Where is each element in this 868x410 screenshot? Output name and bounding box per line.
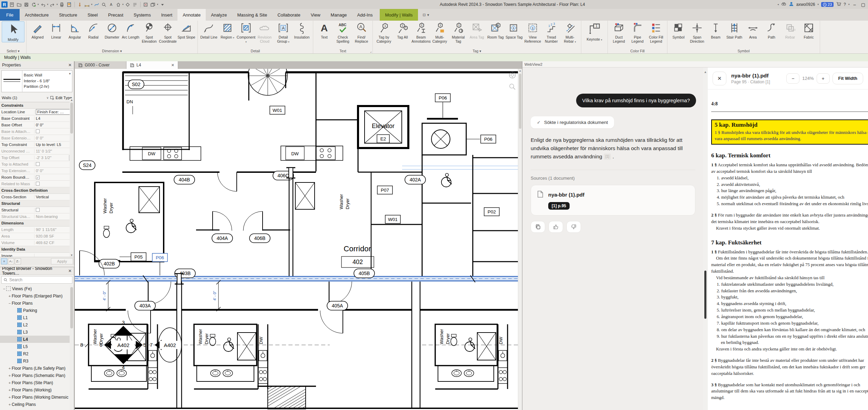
property-row-base-is-attach[interactable]: Base is Attach… bbox=[0, 128, 74, 135]
ribbon-button-tag-by-category[interactable]: 1 Tag by Category bbox=[375, 21, 393, 43]
property-row-structural[interactable]: Structural bbox=[0, 207, 74, 213]
user-menu-chevron-icon[interactable]: ▾ bbox=[818, 3, 819, 6]
ribbon-button-color-fill-legend[interactable]: Color Fill Legend bbox=[647, 21, 665, 43]
expander-icon[interactable]: + bbox=[8, 374, 12, 378]
ribbon-button-linear[interactable]: Linear bbox=[47, 21, 65, 40]
copy-button[interactable] bbox=[531, 221, 545, 233]
ribbon-button-spot-coordinate[interactable]: Spot Coordinate bbox=[159, 21, 177, 43]
collapse-icon[interactable]: ◂ bbox=[777, 3, 779, 6]
property-row-volume[interactable]: Volume469.62 CF bbox=[0, 240, 74, 246]
user-icon[interactable] bbox=[789, 1, 794, 8]
expander-icon[interactable]: − bbox=[8, 301, 12, 305]
ribbon-group-caption[interactable]: Symbol bbox=[667, 49, 820, 53]
section-icon[interactable] bbox=[132, 1, 138, 8]
fit-width-button[interactable]: Fit Width bbox=[833, 73, 863, 84]
ribbon-button-symbol[interactable]: Symbol bbox=[669, 21, 688, 40]
browser-scrollbar[interactable] bbox=[70, 285, 74, 410]
ribbon-group-caption[interactable]: Detail bbox=[198, 49, 313, 53]
trial-timer-badge[interactable]: 23 bbox=[821, 2, 834, 7]
ribbon-button-pipe-legend[interactable]: Pipe Legend bbox=[628, 21, 647, 43]
thumbs-down-button[interactable] bbox=[566, 221, 581, 233]
tree-item-l5[interactable]: L5 bbox=[0, 343, 74, 350]
tree-item-l2[interactable]: L2 bbox=[0, 321, 74, 328]
property-row-top-offset[interactable]: Top Offset-2' 3 1/2"= bbox=[0, 155, 74, 161]
edit-type-button[interactable]: Edit Type bbox=[50, 96, 72, 100]
new-doc-icon[interactable] bbox=[9, 1, 15, 8]
ribbon-button-detail-group[interactable]: A Detail Group ▾ bbox=[274, 21, 293, 43]
property-row-base-constraint[interactable]: Base ConstraintL4 bbox=[0, 115, 74, 122]
ribbon-button-region[interactable]: Region ▾ bbox=[218, 21, 237, 40]
redo-icon[interactable] bbox=[49, 1, 55, 8]
zoom-out-button[interactable]: − bbox=[786, 73, 799, 84]
revit-logo-icon[interactable]: R bbox=[1, 1, 8, 8]
ribbon-button-view-reference[interactable]: 1 View Reference bbox=[523, 21, 542, 43]
property-row-unconnected[interactable]: Unconnected …11' 0 1/2" bbox=[0, 148, 74, 155]
tab-annotate[interactable]: Annotate bbox=[177, 9, 206, 21]
close-doc-icon[interactable] bbox=[143, 1, 149, 8]
sort-za-button[interactable]: Z↓ bbox=[15, 258, 21, 264]
close-view-icon[interactable]: ✕ bbox=[171, 63, 174, 67]
scrollbar-thumb[interactable] bbox=[704, 271, 706, 319]
source-card[interactable]: nya-bbr (1).pdf [1] p.95 bbox=[531, 185, 695, 215]
ribbon-button-detail-line[interactable]: Detail Line bbox=[200, 21, 218, 40]
property-row-area[interactable]: Area920.08 SF bbox=[0, 233, 74, 240]
ribbon-button-beam[interactable]: Beam bbox=[706, 21, 725, 40]
source-page-badge[interactable]: [1] p.95 bbox=[548, 202, 570, 210]
help-icon[interactable]: ? bbox=[844, 2, 846, 7]
tree-item-l1[interactable]: L1 bbox=[0, 314, 74, 321]
citation-chip[interactable]: [1] bbox=[604, 154, 611, 160]
tab-file[interactable]: File bbox=[0, 9, 20, 21]
apply-button[interactable]: Apply bbox=[51, 258, 73, 264]
view-tab-l4[interactable]: L4✕ bbox=[126, 61, 178, 69]
steering-wheel-icon[interactable] bbox=[508, 71, 517, 81]
ribbon-button-stair-path[interactable]: Stair Path bbox=[725, 21, 744, 40]
property-row-structural-usa[interactable]: Structural Usa…Non-bearing bbox=[0, 213, 74, 220]
ribbon-button-room-tag[interactable]: 1 Room Tag bbox=[486, 21, 505, 40]
navigation-bar[interactable] bbox=[508, 71, 517, 92]
tab-insert[interactable]: Insert bbox=[156, 9, 178, 21]
properties-scrollbar[interactable]: ▲▼ bbox=[70, 98, 74, 257]
tab-manage[interactable]: Manage bbox=[326, 9, 352, 21]
ribbon-button-multi-rebar[interactable]: Multi- Rebar ▾ bbox=[561, 21, 579, 43]
ribbon-group-caption[interactable]: Color Fill bbox=[608, 49, 667, 53]
expander-icon[interactable]: + bbox=[8, 366, 12, 370]
caret-icon[interactable] bbox=[159, 1, 165, 8]
ribbon-button-diameter[interactable]: Diameter bbox=[103, 21, 121, 40]
spline-icon[interactable] bbox=[93, 1, 100, 8]
expander-icon[interactable]: + bbox=[8, 388, 12, 392]
ribbon-group-caption[interactable]: Text⌟ bbox=[313, 49, 372, 53]
tree-item-l4[interactable]: L4 bbox=[0, 336, 74, 343]
ribbon-button-area[interactable]: Area bbox=[744, 21, 762, 40]
text-a-icon[interactable]: A bbox=[108, 1, 114, 8]
dropdown-chevron-icon[interactable]: ▾ bbox=[38, 3, 39, 6]
tree-item-l3[interactable]: L3 bbox=[0, 328, 74, 336]
tab-context-modify-walls[interactable]: Modify | Walls bbox=[380, 9, 418, 21]
username[interactable]: axwo0926 bbox=[796, 2, 815, 7]
zoom-tool-icon[interactable] bbox=[508, 83, 517, 92]
tab-add-ins[interactable]: Add-Ins bbox=[352, 9, 378, 21]
tree-item-floor-plans-enlarged-plan[interactable]: +Floor Plans (Enlarged Plan) bbox=[0, 292, 74, 299]
maximize-button[interactable]: ▢ bbox=[860, 2, 867, 7]
expander-icon[interactable]: + bbox=[8, 381, 12, 385]
tab-precast[interactable]: Precast bbox=[103, 9, 129, 21]
tree-item-floor-plans-site-plan[interactable]: +Floor Plans (Site Plan) bbox=[0, 379, 74, 386]
ribbon-button-modify[interactable]: Modify bbox=[2, 21, 24, 42]
tree-item-floor-plans-life-safety-plan[interactable]: +Floor Plans (Life Safety Plan) bbox=[0, 365, 74, 372]
property-row-location-line[interactable]: Location LineFinish Face: … bbox=[0, 109, 74, 115]
expander-icon[interactable]: + bbox=[8, 402, 12, 407]
browser-search-input[interactable]: Search bbox=[1, 276, 72, 284]
dropdown-chevron-icon[interactable]: ▾ bbox=[122, 3, 124, 6]
property-row-top-extension[interactable]: Top Extension…0' 0" bbox=[0, 168, 74, 174]
tab-systems[interactable]: Systems bbox=[129, 9, 156, 21]
cart-icon[interactable] bbox=[836, 1, 841, 8]
zoom-in-button[interactable]: + bbox=[817, 73, 830, 84]
ribbon-button-aligned[interactable]: Aligned bbox=[28, 21, 47, 40]
ribbon-button-tread-number[interactable]: 123 Tread Number bbox=[542, 21, 561, 43]
floor-plan[interactable]: DNDWDWElevatorE2P06P06P02402AWasherDryer… bbox=[75, 69, 522, 410]
type-selector-chevron-icon[interactable]: ▾ bbox=[68, 71, 72, 92]
expander-icon[interactable]: + bbox=[8, 294, 12, 298]
undo-icon[interactable] bbox=[40, 1, 46, 8]
sort-default-button[interactable]: ≡ bbox=[1, 258, 7, 264]
ribbon-button-component[interactable]: Component ▾ bbox=[237, 21, 255, 43]
property-section-constraints[interactable]: Constraints⌃ bbox=[0, 102, 74, 109]
